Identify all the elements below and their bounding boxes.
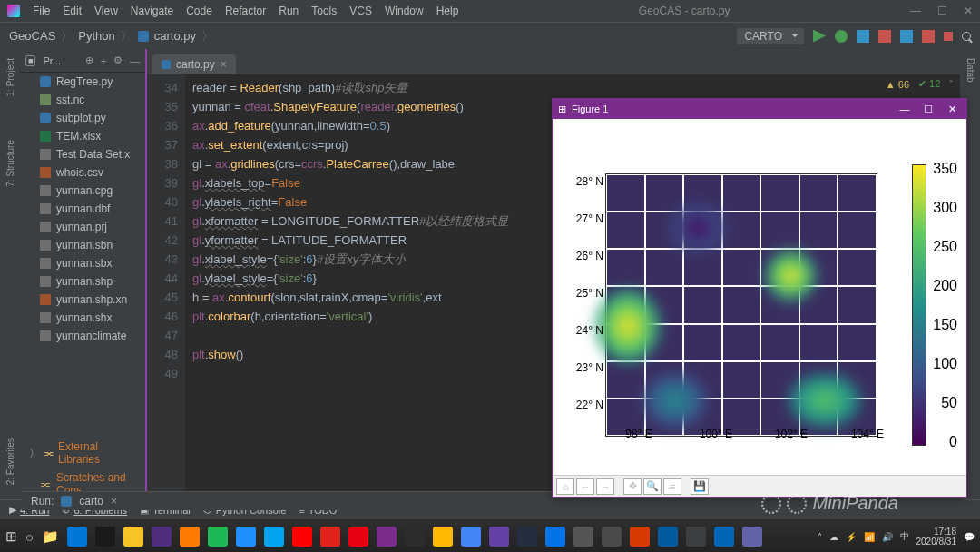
close-button[interactable]: ✕ xyxy=(964,5,973,17)
menu-tools[interactable]: Tools xyxy=(311,5,337,17)
tray-icon[interactable]: ⚡ xyxy=(846,532,857,542)
breadcrumb-file[interactable]: carto.py xyxy=(154,29,196,43)
home-button[interactable]: ⌂ xyxy=(556,478,574,495)
taskbar-app-icon[interactable] xyxy=(545,527,565,547)
file-item[interactable]: RegTree.py xyxy=(20,73,145,91)
taskbar-app-icon[interactable] xyxy=(236,527,256,547)
debug-icon[interactable] xyxy=(835,30,848,43)
project-tool-button[interactable]: 1: Project xyxy=(5,54,15,100)
wifi-icon[interactable]: 📶 xyxy=(864,532,875,542)
file-item[interactable]: yunnan.sbx xyxy=(20,254,145,272)
taskbar-system-icon[interactable]: 📁 xyxy=(42,528,59,545)
close-tab-icon[interactable]: × xyxy=(220,58,227,71)
menu-edit[interactable]: Edit xyxy=(63,5,82,17)
editor-tab-carto[interactable]: carto.py × xyxy=(152,54,236,74)
structure-tool-button[interactable]: 7: Structure xyxy=(5,136,15,191)
back-button[interactable]: ← xyxy=(576,478,594,495)
database-tool-button[interactable]: Datab xyxy=(965,54,975,86)
gear-icon[interactable]: ⚙ xyxy=(113,54,122,66)
figure-window[interactable]: ⊞ Figure 1 — ☐ ✕ /*cells below*/ 28° N 2… xyxy=(552,98,967,498)
taskbar-app-icon[interactable] xyxy=(377,527,397,547)
taskbar-app-icon[interactable] xyxy=(461,527,481,547)
file-item[interactable]: yunnan.shx xyxy=(20,309,145,327)
taskbar-app-icon[interactable] xyxy=(714,527,734,547)
menu-code[interactable]: Code xyxy=(186,5,212,17)
taskbar-app-icon[interactable] xyxy=(152,527,172,547)
run-config-dropdown[interactable]: CARTO xyxy=(737,28,804,44)
minimize-button[interactable]: — xyxy=(910,5,921,17)
file-item[interactable]: yunnan.dbf xyxy=(20,200,145,218)
stop-icon[interactable] xyxy=(922,30,935,43)
menu-view[interactable]: View xyxy=(94,5,118,17)
file-item[interactable]: subplot.py xyxy=(20,109,145,127)
menu-vcs[interactable]: VCS xyxy=(349,5,372,17)
hide-icon[interactable]: — xyxy=(130,55,140,66)
taskbar-system-icon[interactable]: ○ xyxy=(25,529,34,545)
subplots-button[interactable]: ≡ xyxy=(663,478,681,495)
volume-icon[interactable]: 🔊 xyxy=(882,532,893,542)
system-tray[interactable]: ˄ ☁ ⚡ 📶 🔊 中 17:182020/8/31 💬 xyxy=(818,527,975,547)
taskbar-app-icon[interactable] xyxy=(123,527,143,547)
taskbar-system-icon[interactable]: ⊞ xyxy=(5,528,17,545)
file-item[interactable]: sst.nc xyxy=(20,91,145,109)
notifications-icon[interactable]: 💬 xyxy=(964,532,975,542)
clock[interactable]: 17:182020/8/31 xyxy=(916,527,957,547)
stop-square-icon[interactable] xyxy=(944,32,953,41)
taskbar-app-icon[interactable] xyxy=(292,527,312,547)
taskbar-app-icon[interactable] xyxy=(742,527,762,547)
run-icon[interactable] xyxy=(813,30,826,43)
file-item[interactable]: yunnanclimate xyxy=(20,327,145,345)
taskbar-app-icon[interactable] xyxy=(208,527,228,547)
menu-run[interactable]: Run xyxy=(279,5,299,17)
favorites-tool-button[interactable]: 2: Favorites xyxy=(5,434,15,488)
taskbar-app-icon[interactable] xyxy=(573,527,593,547)
run-config-name[interactable]: carto xyxy=(79,495,103,508)
coverage-icon[interactable] xyxy=(857,30,869,43)
figure-close[interactable]: ✕ xyxy=(943,104,961,115)
tray-icon[interactable]: ☁ xyxy=(829,532,838,542)
file-item[interactable]: yunnan.sbn xyxy=(20,236,145,254)
taskbar-app-icon[interactable] xyxy=(602,527,622,547)
search-icon[interactable] xyxy=(962,32,971,41)
file-item[interactable]: TEM.xlsx xyxy=(20,127,145,145)
file-item[interactable]: Test Data Set.x xyxy=(20,145,145,163)
file-item[interactable]: yunnan.prj xyxy=(20,218,145,236)
taskbar-app-icon[interactable] xyxy=(489,527,509,547)
concurrency-icon[interactable] xyxy=(900,30,913,43)
zoom-button[interactable]: 🔍 xyxy=(643,478,662,495)
target-icon[interactable]: ⊕ xyxy=(85,54,93,66)
breadcrumb-folder[interactable]: Python xyxy=(78,29,114,43)
taskbar-app-icon[interactable] xyxy=(180,527,200,547)
taskbar-app-icon[interactable] xyxy=(686,527,706,547)
taskbar-app-icon[interactable] xyxy=(517,527,537,547)
menu-window[interactable]: Window xyxy=(385,5,424,17)
taskbar-app-icon[interactable] xyxy=(264,527,284,547)
external-libraries[interactable]: 〉⫘External Libraries xyxy=(20,438,145,468)
menu-refactor[interactable]: Refactor xyxy=(225,5,266,17)
taskbar-app-icon[interactable] xyxy=(405,527,425,547)
menu-help[interactable]: Help xyxy=(436,5,459,17)
forward-button[interactable]: → xyxy=(596,478,614,495)
file-item[interactable]: yunnan.shp xyxy=(20,272,145,291)
chevron-icon[interactable]: ˇ xyxy=(949,79,953,90)
menu-file[interactable]: File xyxy=(33,5,50,17)
file-item[interactable]: yunnan.shp.xn xyxy=(20,291,145,309)
profile-icon[interactable] xyxy=(878,30,891,43)
taskbar-app-icon[interactable] xyxy=(67,527,87,547)
menu-navigate[interactable]: Navigate xyxy=(131,5,173,17)
pan-button[interactable]: ✥ xyxy=(623,478,642,495)
close-run-icon[interactable]: × xyxy=(111,495,117,508)
figure-minimize[interactable]: — xyxy=(896,104,914,114)
tray-up-icon[interactable]: ˄ xyxy=(818,532,822,542)
file-item[interactable]: whois.csv xyxy=(20,163,145,182)
taskbar-app-icon[interactable] xyxy=(433,527,453,547)
taskbar-app-icon[interactable] xyxy=(348,527,368,547)
taskbar-app-icon[interactable] xyxy=(658,527,678,547)
figure-titlebar[interactable]: ⊞ Figure 1 — ☐ ✕ xyxy=(553,99,966,119)
save-button[interactable]: 💾 xyxy=(691,478,709,495)
maximize-button[interactable]: ☐ xyxy=(937,5,947,17)
figure-maximize[interactable]: ☐ xyxy=(919,104,937,115)
expand-icon[interactable]: ÷ xyxy=(101,55,106,66)
taskbar-app-icon[interactable] xyxy=(95,527,115,547)
inspection-badge[interactable]: ▲ 66 ✔ 12 ˇ xyxy=(886,78,953,90)
